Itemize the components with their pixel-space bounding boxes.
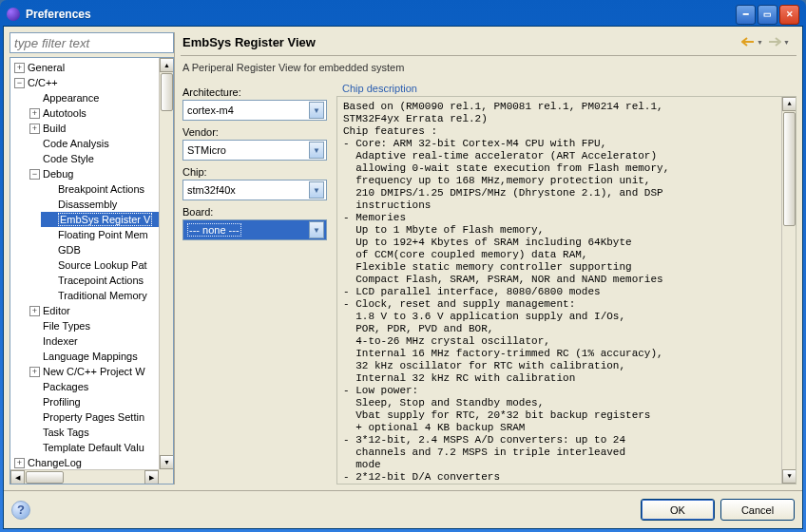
tree-disassembly[interactable]: Disassembly bbox=[58, 199, 117, 210]
chevron-down-icon[interactable] bbox=[309, 142, 324, 159]
board-combo[interactable]: --- none --- bbox=[182, 219, 327, 240]
tree-appearance[interactable]: Appearance bbox=[43, 92, 99, 104]
nav-back-button[interactable] bbox=[739, 34, 757, 49]
close-button[interactable]: ✕ bbox=[779, 5, 799, 25]
tree-code-analysis[interactable]: Code Analysis bbox=[43, 138, 109, 149]
collapse-icon[interactable]: − bbox=[29, 169, 40, 180]
chip-description-text[interactable]: Based on (RM0090 rel.1, PM0081 rel.1, PM… bbox=[336, 96, 796, 484]
architecture-label: Architecture: bbox=[182, 86, 327, 98]
tree-tracepoint-actions[interactable]: Tracepoint Actions bbox=[58, 275, 144, 286]
collapse-icon[interactable]: − bbox=[14, 78, 25, 88]
page-title: EmbSys Register View bbox=[182, 35, 739, 49]
tree-scrollbar-vertical[interactable]: ▲▼ bbox=[159, 58, 173, 469]
left-pane: +General −C/C++ Appearance +Autotools +B… bbox=[10, 32, 175, 484]
preferences-window: Preferences ━ ▭ ✕ +General −C/C++ Appear… bbox=[0, 0, 806, 532]
expand-icon[interactable]: + bbox=[29, 124, 40, 134]
nav-forward-button[interactable] bbox=[766, 34, 783, 49]
tree-breakpoint-actions[interactable]: Breakpoint Actions bbox=[58, 183, 144, 195]
chip-label: Chip: bbox=[182, 166, 327, 178]
tree-template-defaults[interactable]: Template Default Valu bbox=[43, 442, 144, 453]
tree-container: +General −C/C++ Appearance +Autotools +B… bbox=[10, 57, 174, 484]
expand-icon[interactable]: + bbox=[29, 108, 40, 119]
tree-general[interactable]: General bbox=[28, 62, 65, 73]
nav-back-menu[interactable]: ▼ bbox=[757, 39, 766, 46]
maximize-button[interactable]: ▭ bbox=[758, 5, 777, 25]
minimize-button[interactable]: ━ bbox=[736, 5, 756, 25]
footer: ? OK Cancel bbox=[4, 490, 802, 528]
tree-profiling[interactable]: Profiling bbox=[43, 396, 81, 408]
tree-source-lookup[interactable]: Source Lookup Pat bbox=[58, 259, 147, 271]
tree-changelog[interactable]: ChangeLog bbox=[28, 457, 82, 468]
window-title: Preferences bbox=[26, 8, 734, 21]
tree-packages[interactable]: Packages bbox=[43, 381, 88, 392]
tree-gdb[interactable]: GDB bbox=[58, 244, 81, 256]
chip-combo[interactable]: stm32f40x bbox=[182, 180, 327, 200]
board-label: Board: bbox=[182, 206, 327, 218]
help-button[interactable]: ? bbox=[11, 501, 30, 520]
chevron-down-icon[interactable] bbox=[309, 181, 324, 199]
chip-description-group: Chip description Based on (RM0090 rel.1,… bbox=[336, 83, 796, 484]
chip-description-title: Chip description bbox=[342, 83, 796, 96]
tree-autotools[interactable]: Autotools bbox=[43, 107, 86, 119]
vendor-combo[interactable]: STMicro bbox=[182, 140, 327, 161]
tree-code-style[interactable]: Code Style bbox=[43, 153, 94, 164]
titlebar[interactable]: Preferences ━ ▭ ✕ bbox=[3, 3, 803, 26]
architecture-combo[interactable]: cortex-m4 bbox=[182, 100, 327, 121]
expand-icon[interactable]: + bbox=[29, 367, 40, 377]
tree-new-cpp-project[interactable]: New C/C++ Project W bbox=[43, 366, 145, 377]
tree-language-mappings[interactable]: Language Mappings bbox=[43, 351, 138, 362]
tree-property-pages[interactable]: Property Pages Settin bbox=[43, 411, 144, 423]
page-subtitle: A Periperal Register View for embedded s… bbox=[181, 56, 796, 83]
tree-build[interactable]: Build bbox=[43, 123, 66, 134]
expand-icon[interactable]: + bbox=[14, 458, 25, 468]
ok-button[interactable]: OK bbox=[641, 499, 715, 521]
tree-editor[interactable]: Editor bbox=[43, 305, 70, 316]
tree-task-tags[interactable]: Task Tags bbox=[43, 427, 89, 438]
eclipse-icon bbox=[7, 8, 20, 21]
expand-icon[interactable]: + bbox=[14, 63, 25, 73]
tree-file-types[interactable]: File Types bbox=[43, 320, 90, 332]
right-pane: EmbSys Register View ▼ ▼ A Periperal Reg… bbox=[181, 32, 796, 484]
tree-cpp[interactable]: C/C++ bbox=[28, 77, 58, 88]
tree-indexer[interactable]: Indexer bbox=[43, 335, 78, 347]
description-scrollbar[interactable]: ▲▼ bbox=[781, 97, 796, 484]
tree-scrollbar-horizontal[interactable]: ◀▶ bbox=[10, 469, 159, 484]
tree-debug[interactable]: Debug bbox=[43, 168, 73, 180]
expand-icon[interactable]: + bbox=[29, 306, 40, 316]
chevron-down-icon[interactable] bbox=[309, 221, 324, 238]
tree-traditional-memory[interactable]: Traditional Memory bbox=[58, 290, 147, 301]
nav-forward-menu[interactable]: ▼ bbox=[783, 39, 793, 46]
vendor-label: Vendor: bbox=[182, 126, 327, 138]
chevron-down-icon[interactable] bbox=[309, 102, 324, 119]
preferences-tree[interactable]: +General −C/C++ Appearance +Autotools +B… bbox=[10, 58, 159, 472]
tree-floating-point[interactable]: Floating Point Mem bbox=[58, 229, 148, 240]
tree-embsys-register-view[interactable]: EmbSys Register V bbox=[58, 213, 152, 226]
client-area: +General −C/C++ Appearance +Autotools +B… bbox=[3, 26, 803, 529]
cancel-button[interactable]: Cancel bbox=[720, 499, 795, 521]
filter-input[interactable] bbox=[10, 32, 174, 53]
